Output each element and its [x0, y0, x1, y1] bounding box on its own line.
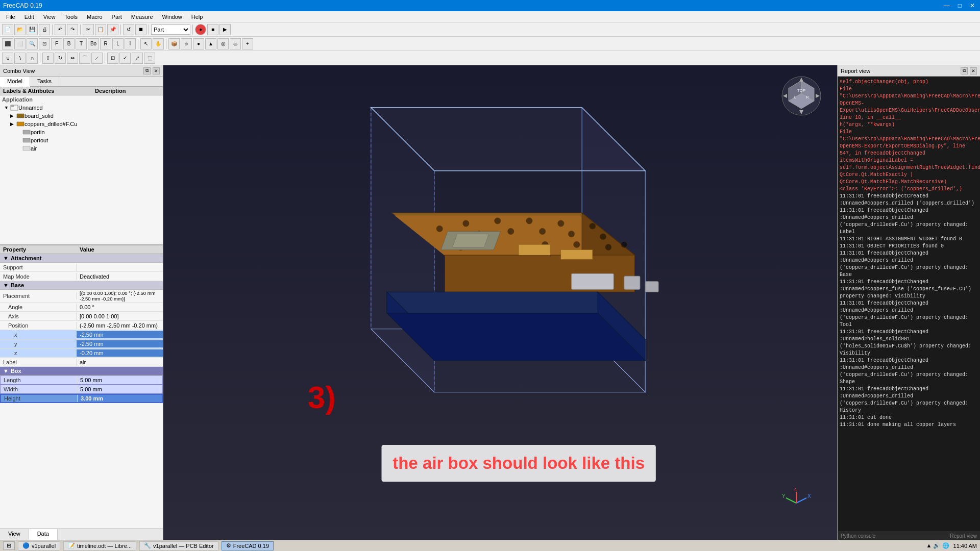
clock: 11:40 AM [953, 543, 977, 549]
btn-view-front[interactable]: F [51, 38, 62, 49]
btn-stop-macro[interactable]: ■ [207, 24, 218, 35]
prop-z[interactable]: z -0.20 mm [0, 348, 163, 358]
btn-mirror[interactable]: ⇔ [67, 53, 78, 64]
btn-view-top[interactable]: T [76, 38, 87, 49]
btn-bool-intersect[interactable]: ∩ [27, 53, 38, 64]
tree-item-portin[interactable]: portin [0, 128, 163, 136]
btn-section[interactable]: ⊡ [107, 53, 118, 64]
prop-group-base[interactable]: ▼ Base [0, 281, 163, 290]
start-button[interactable]: ⊞ [3, 541, 15, 550]
tree-col-labels: Labels & Attributes [3, 88, 85, 94]
report-close-btn[interactable]: ✕ [970, 67, 977, 74]
btn-extrude[interactable]: ⇧ [42, 53, 54, 64]
btn-offset[interactable]: ⤢ [132, 53, 143, 64]
svg-line-61 [796, 498, 806, 503]
menu-window[interactable]: Window [158, 13, 186, 21]
btn-zoom-in[interactable]: 🔍 [27, 38, 38, 49]
tab-tasks[interactable]: Tasks [30, 77, 59, 86]
prop-angle: Angle 0.00 ° [0, 303, 163, 312]
tab-view[interactable]: View [0, 529, 29, 540]
btn-view-iso[interactable]: I [125, 38, 136, 49]
combo-close-btn[interactable]: ✕ [153, 67, 160, 74]
menu-part[interactable]: Part [108, 13, 126, 21]
tree-item-unnamed[interactable]: ▼ Unnamed [0, 104, 163, 112]
menu-view[interactable]: View [39, 13, 60, 21]
tree-item-coppers-drilled[interactable]: ▶ coppers_drilled#F.Cu [0, 120, 163, 128]
btn-print[interactable]: 🖨 [39, 24, 50, 35]
btn-part-box[interactable]: 📦 [168, 38, 180, 49]
btn-part-sphere[interactable]: ● [193, 38, 204, 49]
btn-view-right[interactable]: R [100, 38, 111, 49]
btn-view-back[interactable]: B [63, 38, 75, 49]
svg-point-25 [436, 226, 443, 232]
prop-height[interactable]: Height 3.00 mm [0, 394, 163, 403]
tree-item-air[interactable]: air [0, 144, 163, 153]
taskbar-libreoffice[interactable]: 📝 timeline.odt — Libre... [63, 541, 136, 550]
btn-bool-cut[interactable]: ∖ [14, 53, 26, 64]
python-console-label[interactable]: Python console [841, 533, 875, 539]
tab-data[interactable]: Data [29, 529, 58, 540]
minimize-button[interactable]: — [942, 2, 952, 9]
btn-zoom-fit[interactable]: ⊡ [39, 38, 50, 49]
prop-y[interactable]: y -2.50 mm [0, 339, 163, 348]
btn-chamfer[interactable]: ⟋ [91, 53, 103, 64]
btn-thickness[interactable]: ⬚ [144, 53, 155, 64]
maximize-button[interactable]: □ [956, 2, 964, 9]
btn-revolve[interactable]: ↻ [55, 53, 66, 64]
tab-model[interactable]: Model [0, 77, 30, 87]
combo-float-btn[interactable]: ⧉ [143, 67, 151, 74]
btn-refresh[interactable]: ↺ [123, 24, 134, 35]
btn-fillet[interactable]: ⌒ [79, 53, 90, 64]
report-line-9: 11:31:01 RIGHT ASSIGNMENT WIDGET found 0 [840, 236, 978, 243]
btn-part-cone[interactable]: ▲ [205, 38, 216, 49]
menu-tools[interactable]: Tools [60, 13, 82, 21]
btn-part-more[interactable]: + [242, 38, 253, 49]
btn-check[interactable]: ✓ [119, 53, 131, 64]
btn-cut[interactable]: ✂ [83, 24, 94, 35]
report-content[interactable]: self.objectChanged(obj, prop) File "C:\U… [838, 77, 980, 532]
window-controls[interactable]: — □ ✕ [942, 2, 977, 9]
btn-record-macro[interactable]: ● [195, 24, 206, 35]
btn-copy[interactable]: 📋 [95, 24, 106, 35]
btn-view-bottom[interactable]: Bo [88, 38, 99, 49]
taskbar-v1parallel[interactable]: 🔵 v1parallel [18, 541, 60, 550]
btn-pan[interactable]: ✋ [153, 38, 164, 49]
nav-cube[interactable]: TOP R L [781, 76, 822, 116]
btn-save[interactable]: 💾 [27, 24, 38, 35]
close-button[interactable]: ✕ [968, 2, 977, 9]
menu-edit[interactable]: Edit [20, 13, 38, 21]
btn-part-tube[interactable]: ⌯ [230, 38, 241, 49]
prop-group-attachment[interactable]: ▼ Attachment [0, 254, 163, 263]
btn-part-torus[interactable]: ◎ [217, 38, 229, 49]
tree-item-portout[interactable]: portout [0, 136, 163, 144]
menu-file[interactable]: File [2, 13, 19, 21]
btn-open[interactable]: 📂 [14, 24, 26, 35]
prop-length[interactable]: Length 5.00 mm [0, 375, 163, 385]
btn-paste[interactable]: 📌 [107, 24, 118, 35]
viewport[interactable]: 3) the air box should look like this TOP… [163, 65, 837, 540]
btn-new[interactable]: 📄 [2, 24, 13, 35]
taskbar-pcb-editor[interactable]: 🔧 v1parallel — PCB Editor [139, 541, 218, 550]
workbench-select[interactable]: Part PartDesign Sketcher [151, 24, 190, 35]
btn-part-cylinder[interactable]: ⌾ [181, 38, 192, 49]
btn-view-wire[interactable]: ⬜ [14, 38, 26, 49]
props-col-property: Property [3, 246, 80, 253]
btn-view-3d[interactable]: ⬛ [2, 38, 13, 49]
btn-redo[interactable]: ↷ [67, 24, 78, 35]
report-float-btn[interactable]: ⧉ [961, 67, 968, 74]
btn-select[interactable]: ↖ [140, 38, 152, 49]
prop-x[interactable]: x -2.50 mm [0, 330, 163, 339]
prop-group-box[interactable]: ▼ Box [0, 367, 163, 375]
btn-view-left[interactable]: L [112, 38, 124, 49]
menu-measure[interactable]: Measure [127, 13, 157, 21]
btn-stop[interactable]: ⏹ [135, 24, 146, 35]
btn-undo[interactable]: ↶ [55, 24, 66, 35]
btn-bool-union[interactable]: ∪ [2, 53, 13, 64]
menu-help[interactable]: Help [187, 13, 207, 21]
btn-macro[interactable]: ▶ [219, 24, 231, 35]
report-view-label[interactable]: Report view [950, 533, 977, 539]
taskbar-freecad[interactable]: ⚙ FreeCAD 0.19 [222, 541, 274, 550]
menu-macro[interactable]: Macro [83, 13, 107, 21]
tree-item-board-solid[interactable]: ▶ board_solid [0, 112, 163, 120]
prop-width[interactable]: Width 5.00 mm [0, 385, 163, 394]
